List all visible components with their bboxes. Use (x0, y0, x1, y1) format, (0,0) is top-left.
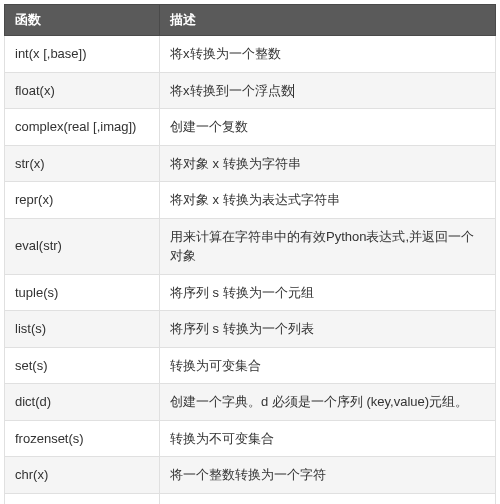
cell-description: 创建一个字典。d 必须是一个序列 (key,value)元组。 (160, 384, 496, 421)
cell-function: list(s) (5, 311, 160, 348)
table-row: chr(x)将一个整数转换为一个字符 (5, 457, 496, 494)
cell-description: 创建一个复数 (160, 109, 496, 146)
cell-description: 转换为可变集合 (160, 347, 496, 384)
cell-function: tuple(s) (5, 274, 160, 311)
table-row: repr(x)将对象 x 转换为表达式字符串 (5, 182, 496, 219)
table-row: tuple(s)将序列 s 转换为一个元组 (5, 274, 496, 311)
cell-description: 用来计算在字符串中的有效Python表达式,并返回一个对象 (160, 218, 496, 274)
cell-function: complex(real [,imag]) (5, 109, 160, 146)
cell-description: 将x转换到一个浮点数 (160, 72, 496, 109)
table-body: int(x [,base])将x转换为一个整数float(x)将x转换到一个浮点… (5, 36, 496, 505)
text-cursor (293, 84, 294, 98)
table-row: frozenset(s)转换为不可变集合 (5, 420, 496, 457)
cell-description: 将序列 s 转换为一个元组 (160, 274, 496, 311)
cell-function: eval(str) (5, 218, 160, 274)
cell-function: frozenset(s) (5, 420, 160, 457)
cell-function: float(x) (5, 72, 160, 109)
cell-description: 将对象 x 转换为表达式字符串 (160, 182, 496, 219)
cell-description: 将一个整数转换为一个字符 (160, 457, 496, 494)
cell-function: unichr(x) (5, 493, 160, 504)
header-function: 函数 (5, 5, 160, 36)
cell-description: 将序列 s 转换为一个列表 (160, 311, 496, 348)
table-row: set(s)转换为可变集合 (5, 347, 496, 384)
cell-description: 转换为不可变集合 (160, 420, 496, 457)
cell-description: 将对象 x 转换为字符串 (160, 145, 496, 182)
table-row: int(x [,base])将x转换为一个整数 (5, 36, 496, 73)
header-description: 描述 (160, 5, 496, 36)
cell-function: set(s) (5, 347, 160, 384)
table-row: eval(str)用来计算在字符串中的有效Python表达式,并返回一个对象 (5, 218, 496, 274)
table-row: list(s)将序列 s 转换为一个列表 (5, 311, 496, 348)
cell-function: dict(d) (5, 384, 160, 421)
cell-function: int(x [,base]) (5, 36, 160, 73)
cell-function: chr(x) (5, 457, 160, 494)
table-header: 函数 描述 (5, 5, 496, 36)
table-row: complex(real [,imag])创建一个复数 (5, 109, 496, 146)
table-row: dict(d)创建一个字典。d 必须是一个序列 (key,value)元组。 (5, 384, 496, 421)
cell-description: 将一个整数转换为Unicode字符 (160, 493, 496, 504)
type-conversion-table: 函数 描述 int(x [,base])将x转换为一个整数float(x)将x转… (4, 4, 496, 504)
table-row: float(x)将x转换到一个浮点数 (5, 72, 496, 109)
cell-function: str(x) (5, 145, 160, 182)
cell-function: repr(x) (5, 182, 160, 219)
table-row: unichr(x)将一个整数转换为Unicode字符 (5, 493, 496, 504)
table-row: str(x)将对象 x 转换为字符串 (5, 145, 496, 182)
cell-description: 将x转换为一个整数 (160, 36, 496, 73)
